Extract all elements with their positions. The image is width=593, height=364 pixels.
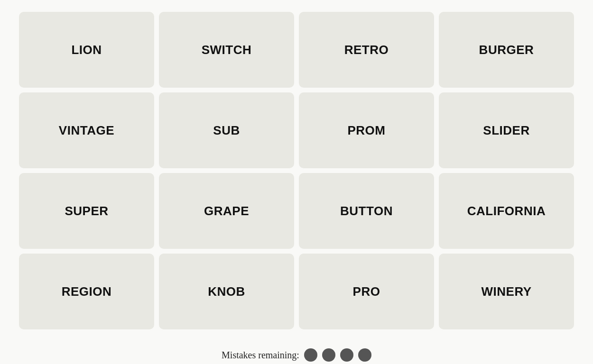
cell-grape[interactable]: GRAPE	[159, 173, 294, 249]
cell-pro[interactable]: PRO	[299, 254, 434, 329]
cell-california[interactable]: CALIFORNIA	[439, 173, 574, 249]
cell-button-label: BUTTON	[340, 204, 393, 218]
cell-prom-label: PROM	[347, 123, 385, 138]
mistake-dot-4	[358, 348, 371, 362]
cell-switch[interactable]: SWITCH	[159, 12, 294, 88]
cell-lion-label: LION	[71, 43, 102, 57]
mistake-dot-1	[304, 348, 317, 362]
cell-winery[interactable]: WINERY	[439, 254, 574, 329]
cell-region[interactable]: REGION	[19, 254, 154, 329]
cell-knob[interactable]: KNOB	[159, 254, 294, 329]
cell-vintage-label: VINTAGE	[59, 123, 114, 138]
cell-slider-label: SLIDER	[483, 123, 529, 138]
cell-california-label: CALIFORNIA	[467, 204, 546, 218]
cell-super-label: SUPER	[65, 204, 108, 218]
mistakes-label: Mistakes remaining:	[222, 350, 299, 361]
cell-retro-label: RETRO	[344, 43, 389, 57]
cell-button[interactable]: BUTTON	[299, 173, 434, 249]
mistake-dot-2	[322, 348, 335, 362]
cell-burger[interactable]: BURGER	[439, 12, 574, 88]
word-grid: LIONSWITCHRETROBURGERVINTAGESUBPROMSLIDE…	[9, 2, 584, 339]
cell-winery-label: WINERY	[481, 284, 531, 299]
cell-slider[interactable]: SLIDER	[439, 92, 574, 168]
cell-knob-label: KNOB	[208, 284, 245, 299]
cell-vintage[interactable]: VINTAGE	[19, 92, 154, 168]
cell-super[interactable]: SUPER	[19, 173, 154, 249]
cell-retro[interactable]: RETRO	[299, 12, 434, 88]
cell-sub-label: SUB	[213, 123, 240, 138]
cell-pro-label: PRO	[353, 284, 380, 299]
mistakes-row: Mistakes remaining:	[222, 348, 371, 362]
cell-burger-label: BURGER	[479, 43, 534, 57]
cell-prom[interactable]: PROM	[299, 92, 434, 168]
mistakes-dots	[304, 348, 371, 362]
cell-grape-label: GRAPE	[204, 204, 249, 218]
mistake-dot-3	[340, 348, 353, 362]
cell-region-label: REGION	[62, 284, 112, 299]
cell-lion[interactable]: LION	[19, 12, 154, 88]
cell-switch-label: SWITCH	[202, 43, 252, 57]
cell-sub[interactable]: SUB	[159, 92, 294, 168]
